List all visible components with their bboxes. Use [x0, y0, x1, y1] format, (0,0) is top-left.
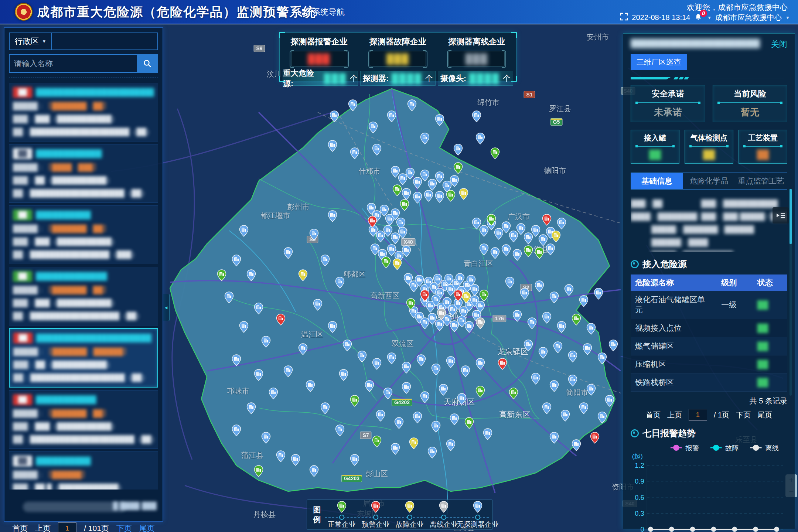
map-pin[interactable] — [254, 369, 263, 381]
map-pin[interactable] — [320, 402, 330, 414]
region-filter-select[interactable]: 行政区 ▼ — [9, 33, 52, 50]
map-pin[interactable] — [246, 269, 256, 281]
map-pin[interactable] — [431, 364, 441, 375]
map-pin[interactable] — [535, 247, 544, 259]
map-pin[interactable] — [524, 245, 533, 257]
map-pin[interactable] — [538, 347, 548, 359]
table-row[interactable]: 铁路栈桥区 ██ — [631, 374, 787, 392]
map-pin[interactable] — [239, 321, 249, 333]
close-button[interactable]: 关闭 — [771, 39, 787, 50]
page-next[interactable]: 下页 — [736, 410, 751, 420]
map-pin[interactable] — [283, 365, 293, 377]
map-pin[interactable] — [298, 343, 308, 355]
company-list-item[interactable]: ██ ██████████████████：【███████ · ██】███：… — [9, 267, 158, 325]
system-nav-button[interactable]: 系统导航 — [302, 7, 345, 18]
map-pin[interactable] — [490, 147, 500, 159]
patrol-3d-button[interactable]: 三维厂区巡查 — [631, 54, 687, 70]
map-pin[interactable] — [475, 358, 485, 370]
map-pin[interactable] — [328, 321, 337, 333]
map-pin[interactable] — [398, 227, 407, 239]
company-list-item[interactable]: ██ █████████████████：【████ · ███】███：██（… — [9, 144, 158, 203]
page-number-input[interactable] — [58, 522, 76, 532]
map-pin[interactable] — [551, 231, 561, 242]
map-pin[interactable] — [420, 290, 430, 301]
map-pin[interactable] — [605, 395, 614, 407]
tab-重点监管工艺[interactable]: 重点监管工艺 — [735, 173, 787, 189]
page-last[interactable]: 尾页 — [757, 410, 772, 420]
map-pin[interactable] — [490, 247, 500, 259]
map-pin[interactable] — [572, 314, 581, 325]
company-list-item[interactable]: ██ ██████████████████████████：【███████ ·… — [9, 328, 158, 388]
map-pin[interactable] — [459, 188, 468, 200]
map-pin[interactable] — [464, 321, 474, 333]
map-pin[interactable] — [464, 417, 474, 429]
map-pin[interactable] — [413, 412, 422, 423]
map-pin[interactable] — [560, 410, 570, 422]
map-pin[interactable] — [461, 365, 470, 377]
map-pin[interactable] — [498, 358, 507, 370]
map-pin[interactable] — [542, 214, 552, 226]
map-pin[interactable] — [372, 144, 382, 156]
map-pin[interactable] — [376, 410, 385, 422]
sidebar-collapse-handle[interactable]: ◄ — [163, 294, 170, 321]
map-pin[interactable] — [402, 382, 411, 394]
map-pin[interactable] — [320, 255, 330, 266]
map-pin[interactable] — [239, 225, 249, 237]
org-selector[interactable]: 成都市应急救援中心 — [715, 13, 782, 23]
map-pin[interactable] — [512, 310, 522, 322]
map-pin[interactable] — [254, 465, 263, 477]
map-pin[interactable] — [402, 245, 411, 257]
search-input[interactable] — [9, 54, 137, 73]
map-pin[interactable] — [439, 384, 448, 396]
map-pin[interactable] — [475, 317, 485, 329]
map-pin[interactable] — [479, 243, 489, 255]
map-pin[interactable] — [520, 288, 529, 300]
map-pin[interactable] — [350, 395, 359, 407]
map-pin[interactable] — [557, 218, 566, 229]
map-pin[interactable] — [435, 191, 444, 203]
table-row[interactable]: 压缩机区 ██ — [631, 355, 787, 374]
company-list-item[interactable]: ██ ████████████████：【███████ · ██】███：██… — [9, 390, 158, 449]
company-list-item[interactable]: ██ ███████████████████████████：【███████ … — [9, 83, 158, 141]
map-pin[interactable] — [413, 192, 422, 204]
map-pin[interactable] — [391, 443, 400, 455]
map-pin[interactable] — [368, 216, 377, 228]
map-pin[interactable] — [330, 110, 339, 122]
map-pin[interactable] — [246, 402, 256, 414]
map-pin[interactable] — [568, 375, 577, 386]
map-pin[interactable] — [590, 432, 600, 444]
map-pin[interactable] — [392, 184, 402, 196]
map-pin[interactable] — [368, 122, 378, 133]
map-pin[interactable] — [217, 269, 226, 281]
map-pin[interactable] — [568, 351, 577, 362]
map-pin[interactable] — [597, 352, 607, 364]
map-pin[interactable] — [470, 284, 480, 296]
company-list-item[interactable]: ██ ███████████████：【██████】███：██ █（████… — [9, 451, 158, 490]
map-pin[interactable] — [298, 269, 308, 281]
map-pin[interactable] — [335, 424, 345, 436]
map-pin[interactable] — [309, 465, 319, 477]
map-pin[interactable] — [409, 437, 419, 449]
page-prev[interactable]: 上页 — [35, 523, 51, 532]
map-pin[interactable] — [446, 356, 456, 368]
map-pin[interactable] — [435, 114, 444, 126]
map-pin[interactable] — [394, 417, 404, 429]
map-pin[interactable] — [357, 351, 367, 362]
panel-expand-icon[interactable] — [773, 207, 789, 224]
map-pin[interactable] — [402, 188, 411, 200]
map-pin[interactable] — [437, 308, 446, 320]
page-first[interactable]: 首页 — [646, 410, 661, 420]
map-pin[interactable] — [594, 288, 603, 300]
map-pin[interactable] — [291, 454, 300, 466]
map-pin[interactable] — [542, 402, 552, 414]
map-pin[interactable] — [309, 229, 319, 241]
map-pin[interactable] — [381, 256, 391, 268]
map-pin[interactable] — [509, 388, 518, 399]
map-pin[interactable] — [269, 388, 278, 399]
map-pin[interactable] — [505, 277, 515, 289]
map-pin[interactable] — [372, 436, 382, 447]
map-pin[interactable] — [232, 424, 241, 436]
map-pin[interactable] — [407, 99, 417, 111]
map-pin[interactable] — [328, 140, 337, 152]
map-pin[interactable] — [527, 317, 537, 329]
